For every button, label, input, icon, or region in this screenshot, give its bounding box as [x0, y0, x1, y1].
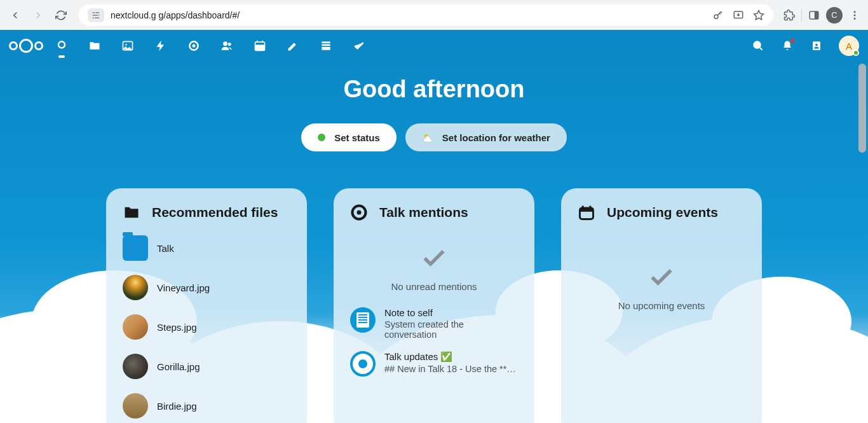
dashboard-icon[interactable]: [55, 39, 69, 53]
mention-item[interactable]: Note to self System created the conversa…: [350, 307, 518, 340]
widget-title: Talk mentions: [379, 205, 468, 220]
svg-point-12: [854, 17, 856, 19]
svg-point-15: [125, 44, 127, 46]
file-name: Steps.jpg: [157, 322, 197, 333]
svg-point-18: [223, 41, 227, 46]
divider: [801, 9, 802, 22]
svg-rect-4: [93, 17, 94, 18]
talk-widget-icon: [350, 204, 368, 221]
menu-icon[interactable]: [849, 10, 860, 21]
svg-rect-3: [98, 15, 99, 15]
files-icon[interactable]: [88, 39, 102, 53]
svg-rect-1: [95, 12, 99, 13]
note-icon: [350, 307, 376, 333]
forward-button[interactable]: [28, 5, 48, 25]
file-name: Talk: [157, 243, 174, 254]
svg-rect-5: [95, 17, 99, 18]
widget-recommended-files: Recommended files Talk Vineyard.jpg Step…: [106, 188, 307, 423]
svg-point-11: [854, 14, 856, 16]
image-thumb: [123, 314, 148, 340]
notes-icon[interactable]: [286, 39, 300, 53]
svg-point-28: [815, 44, 818, 46]
install-icon[interactable]: [733, 10, 744, 21]
deck-icon[interactable]: [319, 39, 333, 53]
svg-point-19: [228, 43, 231, 46]
svg-rect-23: [322, 41, 330, 43]
reload-button[interactable]: [51, 5, 71, 25]
set-weather-button[interactable]: Set location for weather: [405, 123, 567, 151]
file-name: Vineyard.jpg: [157, 282, 210, 293]
empty-text: No unread mentions: [350, 281, 518, 292]
photos-icon[interactable]: [121, 39, 135, 53]
svg-rect-0: [93, 12, 95, 13]
image-thumb: [123, 275, 148, 300]
file-item[interactable]: Steps.jpg: [123, 314, 290, 340]
contacts-menu-icon[interactable]: [810, 39, 824, 53]
mention-sub: System created the conversation: [384, 319, 518, 340]
svg-rect-9: [815, 11, 818, 19]
mention-title: Talk updates ✅: [384, 351, 518, 363]
user-avatar[interactable]: A: [839, 36, 859, 56]
contacts-icon[interactable]: [220, 39, 234, 53]
notifications-icon[interactable]: [780, 39, 794, 53]
site-settings-icon[interactable]: [88, 8, 104, 22]
url-text: nextcloud.g g/apps/dashboard/#/: [111, 10, 240, 20]
calendar-widget-icon: [578, 204, 595, 221]
nextcloud-logo[interactable]: [9, 39, 43, 53]
empty-text: No upcoming events: [578, 300, 745, 311]
set-status-label: Set status: [334, 132, 380, 143]
talk-icon[interactable]: [187, 39, 201, 53]
svg-point-10: [854, 11, 856, 13]
app-body: A Good afternoon Set status Set location…: [0, 30, 868, 423]
weather-icon: [422, 132, 433, 143]
folder-thumb-icon: [123, 235, 148, 261]
set-weather-label: Set location for weather: [442, 132, 550, 143]
updates-icon: [350, 351, 376, 377]
extensions-icon[interactable]: [783, 10, 795, 21]
search-icon[interactable]: [751, 39, 765, 53]
activity-icon[interactable]: [154, 39, 168, 53]
address-bar[interactable]: nextcloud.g g/apps/dashboard/#/: [79, 4, 773, 26]
app-topnav: A: [0, 30, 868, 62]
set-status-button[interactable]: Set status: [301, 123, 397, 151]
file-item[interactable]: Vineyard.jpg: [123, 275, 290, 300]
back-button[interactable]: [5, 5, 25, 25]
widget-title: Upcoming events: [607, 205, 718, 220]
calendar-icon[interactable]: [253, 39, 267, 53]
svg-point-26: [754, 41, 761, 48]
browser-chrome: nextcloud.g g/apps/dashboard/#/ C: [0, 0, 868, 30]
mention-item[interactable]: Talk updates ✅ ## New in Talk 18 - Use t…: [350, 351, 518, 377]
mention-title: Note to self: [384, 307, 518, 318]
file-item[interactable]: Gorilla.jpg: [123, 354, 290, 379]
greeting-title: Good afternoon: [0, 76, 868, 103]
image-thumb: [123, 354, 148, 379]
profile-button[interactable]: C: [826, 7, 843, 24]
mention-sub: ## New in Talk 18 - Use the **…: [384, 364, 518, 374]
tasks-icon[interactable]: [352, 39, 366, 53]
online-dot-icon: [318, 134, 325, 141]
svg-rect-25: [322, 47, 330, 50]
folder-icon: [123, 204, 140, 221]
widget-talk-mentions: Talk mentions No unread mentions Note to…: [334, 188, 534, 423]
svg-point-31: [357, 211, 362, 215]
svg-point-6: [714, 15, 718, 18]
svg-point-13: [58, 41, 65, 48]
svg-point-17: [193, 45, 196, 48]
bookmark-icon[interactable]: [753, 10, 764, 21]
svg-rect-24: [322, 45, 330, 46]
file-name: Gorilla.jpg: [157, 361, 200, 372]
file-name: Birdie.jpg: [157, 401, 197, 412]
svg-rect-2: [93, 15, 98, 15]
checkmark-icon: [420, 244, 448, 272]
file-item[interactable]: Talk: [123, 235, 290, 261]
sidepanel-icon[interactable]: [808, 10, 820, 21]
file-item[interactable]: Birdie.jpg: [123, 393, 290, 419]
key-icon[interactable]: [712, 10, 724, 21]
widget-title: Recommended files: [152, 205, 278, 220]
widget-upcoming-events: Upcoming events No upcoming events: [561, 188, 762, 423]
svg-rect-33: [580, 208, 593, 212]
image-thumb: [123, 393, 148, 419]
checkmark-icon: [648, 263, 675, 291]
